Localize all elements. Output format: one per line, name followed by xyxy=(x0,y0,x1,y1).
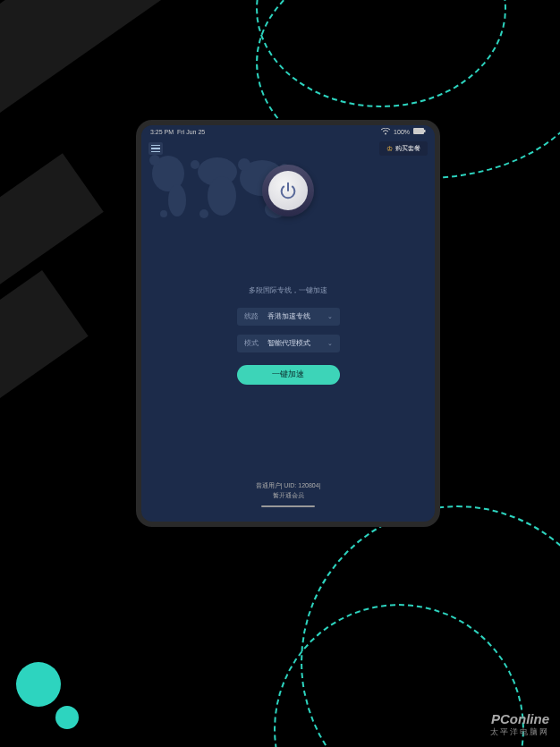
wifi-icon xyxy=(381,128,390,136)
chevron-down-icon: ⌄ xyxy=(327,313,333,320)
power-icon xyxy=(278,181,298,200)
purchase-button[interactable]: ♔ 购买套餐 xyxy=(379,141,428,156)
svg-rect-2 xyxy=(424,130,426,132)
mode-value: 智能代理模式 xyxy=(267,338,320,348)
bg-decoration xyxy=(55,706,79,729)
status-right: 100% xyxy=(381,128,426,136)
svg-rect-1 xyxy=(413,128,424,134)
bg-decoration xyxy=(16,662,61,707)
watermark-main: PConline xyxy=(490,711,549,726)
power-button-outer xyxy=(262,165,314,216)
status-time: 3:25 PM xyxy=(150,129,174,135)
mode-selector[interactable]: 模式 智能代理模式 ⌄ xyxy=(237,335,340,352)
footer: 普通用户| UID: 120804| 暂开通会员 xyxy=(141,480,435,522)
home-indicator[interactable] xyxy=(261,505,315,507)
route-value: 香港加速专线 xyxy=(267,311,320,321)
tagline: 多段国际专线，一键加速 xyxy=(249,285,327,295)
crown-icon: ♔ xyxy=(386,145,393,153)
route-selector[interactable]: 线路 香港加速专线 ⌄ xyxy=(237,308,340,326)
status-left: 3:25 PM Fri Jun 25 xyxy=(150,129,205,135)
status-bar: 3:25 PM Fri Jun 25 100% xyxy=(141,125,435,138)
accelerate-label: 一键加速 xyxy=(272,369,304,380)
svg-point-0 xyxy=(385,132,386,134)
chevron-down-icon: ⌄ xyxy=(327,340,333,347)
user-info: 普通用户| UID: 120804| xyxy=(141,480,435,490)
watermark: PConline 太平洋电脑网 xyxy=(490,711,549,738)
member-info: 暂开通会员 xyxy=(141,490,435,500)
mode-label: 模式 xyxy=(244,338,260,348)
watermark-sub: 太平洋电脑网 xyxy=(490,726,549,738)
status-date: Fri Jun 25 xyxy=(177,129,205,135)
battery-percent: 100% xyxy=(394,129,410,135)
route-label: 线路 xyxy=(244,311,260,321)
power-button[interactable] xyxy=(268,171,308,210)
accelerate-button[interactable]: 一键加速 xyxy=(237,365,340,385)
battery-icon xyxy=(413,128,426,135)
purchase-label: 购买套餐 xyxy=(395,144,420,153)
tablet-device: 3:25 PM Fri Jun 25 100% ♔ 购买套餐 xyxy=(136,120,440,527)
power-section xyxy=(141,165,435,216)
bg-decoration xyxy=(0,270,89,490)
